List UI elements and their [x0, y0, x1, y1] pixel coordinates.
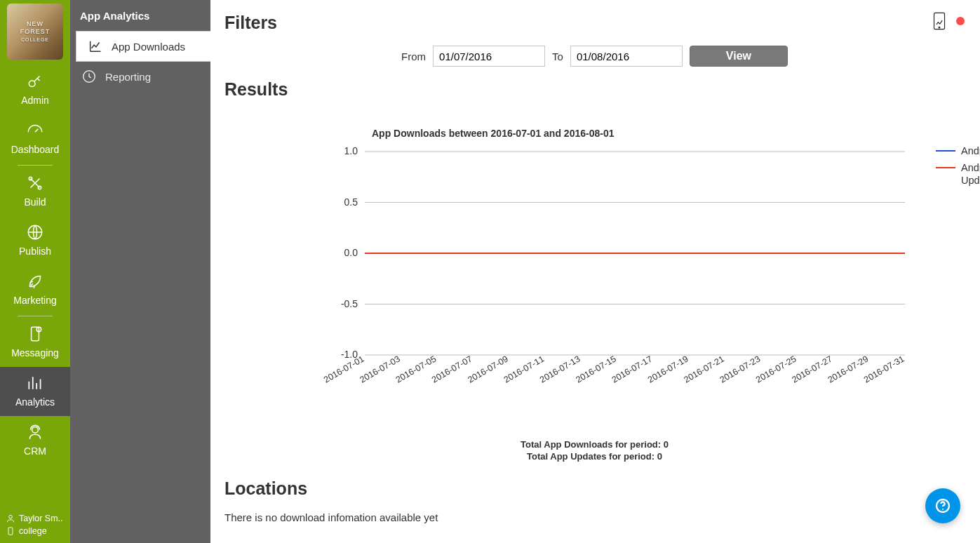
status-badges	[932, 11, 965, 31]
nav-label: CRM	[24, 445, 46, 457]
chart-footer: Total App Downloads for period: 0 Total …	[224, 439, 965, 462]
nav-label: Messaging	[11, 347, 59, 358]
chart-legend: AndroidAndroid Updates	[919, 145, 980, 191]
svg-text:1.0: 1.0	[344, 145, 358, 156]
locations-empty: There is no download infomation availabl…	[224, 511, 965, 523]
svg-rect-8	[8, 528, 13, 535]
legend-item[interactable]: Android	[936, 145, 980, 157]
phone-stats-icon[interactable]	[932, 11, 946, 31]
svg-rect-4	[32, 327, 39, 341]
status-dot-red[interactable]	[956, 17, 965, 25]
svg-text:-0.5: -0.5	[341, 298, 358, 309]
svg-point-0	[29, 81, 35, 87]
nav-item-marketing[interactable]: Marketing	[0, 265, 70, 314]
svg-text:2016-07-29: 2016-07-29	[826, 354, 870, 384]
filters-heading: Filters	[224, 13, 965, 33]
phone-outline-icon	[6, 526, 15, 536]
line-chart-icon	[88, 39, 103, 54]
filter-row: From To View	[224, 46, 965, 67]
svg-text:0.0: 0.0	[344, 247, 358, 258]
tools-icon	[26, 174, 44, 192]
to-label: To	[552, 51, 563, 62]
nav-label: Dashboard	[11, 144, 60, 155]
svg-text:2016-07-05: 2016-07-05	[394, 354, 438, 384]
chart-container: App Downloads between 2016-07-01 and 201…	[224, 128, 965, 462]
nav-label: Analytics	[15, 396, 55, 408]
view-button[interactable]: View	[690, 46, 788, 67]
results-heading: Results	[224, 79, 965, 100]
brand-line2: COLLEGE	[11, 36, 59, 43]
main-content: Filters From To View Results App Downloa…	[210, 0, 980, 543]
nav-label: Admin	[21, 95, 49, 106]
nav-label: Publish	[19, 246, 51, 257]
help-button[interactable]	[925, 488, 960, 523]
svg-text:2016-07-27: 2016-07-27	[790, 354, 833, 384]
question-icon	[934, 497, 951, 514]
svg-text:2016-07-19: 2016-07-19	[646, 354, 690, 384]
legend-label: Android Updates	[961, 161, 980, 187]
key-icon	[26, 72, 44, 90]
rocket-icon	[26, 272, 44, 290]
sub-nav-header: App Analytics	[70, 0, 210, 31]
footer-app[interactable]: college	[6, 525, 65, 537]
svg-text:2016-07-13: 2016-07-13	[538, 354, 582, 384]
svg-point-6	[32, 427, 39, 433]
svg-text:2016-07-25: 2016-07-25	[754, 354, 798, 384]
message-phone-icon	[26, 325, 44, 343]
totals-downloads: Total App Downloads for period: 0	[224, 439, 965, 450]
sub-item-app-downloads[interactable]: App Downloads	[76, 31, 210, 62]
svg-text:2016-07-03: 2016-07-03	[358, 354, 401, 384]
svg-text:2016-07-07: 2016-07-07	[430, 354, 474, 384]
sub-item-reporting[interactable]: Reporting	[70, 62, 210, 91]
nav-item-crm[interactable]: CRM	[0, 416, 70, 465]
nav-item-admin[interactable]: Admin	[0, 65, 70, 114]
svg-text:2016-07-31: 2016-07-31	[862, 354, 906, 384]
analytics-icon	[26, 374, 44, 392]
person-icon	[6, 514, 15, 523]
svg-text:2016-07-11: 2016-07-11	[502, 354, 546, 384]
totals-updates: Total App Updates for period: 0	[224, 451, 965, 462]
sub-item-label: Reporting	[105, 71, 151, 83]
svg-text:2016-07-09: 2016-07-09	[466, 354, 509, 384]
nav-rail: NEW FOREST COLLEGE Admin Dashboard Build…	[0, 0, 70, 543]
svg-text:2016-07-17: 2016-07-17	[610, 354, 654, 384]
nav-divider	[18, 165, 53, 166]
svg-text:0.5: 0.5	[344, 196, 358, 208]
sub-nav: App Analytics App Downloads Reporting	[70, 0, 210, 543]
chart-title: App Downloads between 2016-07-01 and 201…	[372, 128, 965, 139]
from-label: From	[401, 51, 426, 62]
gauge-icon	[26, 121, 44, 140]
nav-footer: Taylor Sm.. college	[0, 508, 70, 543]
footer-app-label: college	[19, 526, 47, 536]
nav-item-analytics[interactable]: Analytics	[0, 367, 70, 416]
from-date-input[interactable]	[433, 46, 545, 67]
legend-label: Android	[961, 145, 980, 157]
nav-label: Build	[24, 196, 46, 208]
person-headset-icon	[26, 423, 44, 441]
svg-text:2016-07-23: 2016-07-23	[718, 354, 762, 384]
line-chart: -1.0-0.50.00.51.02016-07-012016-07-03201…	[323, 145, 919, 404]
brand-logo[interactable]: NEW FOREST COLLEGE	[7, 4, 63, 60]
nav-items: Admin Dashboard Build Publish Marketing …	[0, 65, 70, 508]
legend-item[interactable]: Android Updates	[936, 161, 980, 187]
brand-line1: NEW FOREST	[11, 20, 59, 36]
legend-swatch	[936, 150, 955, 152]
nav-label: Marketing	[13, 295, 56, 306]
nav-divider	[18, 316, 53, 316]
nav-item-dashboard[interactable]: Dashboard	[0, 114, 70, 163]
svg-text:2016-07-15: 2016-07-15	[574, 354, 617, 384]
svg-point-11	[939, 27, 940, 28]
svg-point-39	[942, 509, 944, 510]
nav-item-messaging[interactable]: Messaging	[0, 318, 70, 367]
locations-heading: Locations	[224, 478, 965, 499]
footer-user[interactable]: Taylor Sm..	[6, 512, 65, 525]
legend-swatch	[936, 167, 955, 168]
to-date-input[interactable]	[570, 46, 683, 67]
globe-icon	[26, 223, 44, 241]
sub-item-label: App Downloads	[112, 41, 185, 53]
nav-item-publish[interactable]: Publish	[0, 216, 70, 265]
nav-item-build[interactable]: Build	[0, 167, 70, 216]
svg-text:2016-07-21: 2016-07-21	[682, 354, 725, 384]
svg-point-7	[9, 515, 13, 518]
footer-user-label: Taylor Sm..	[19, 514, 63, 523]
